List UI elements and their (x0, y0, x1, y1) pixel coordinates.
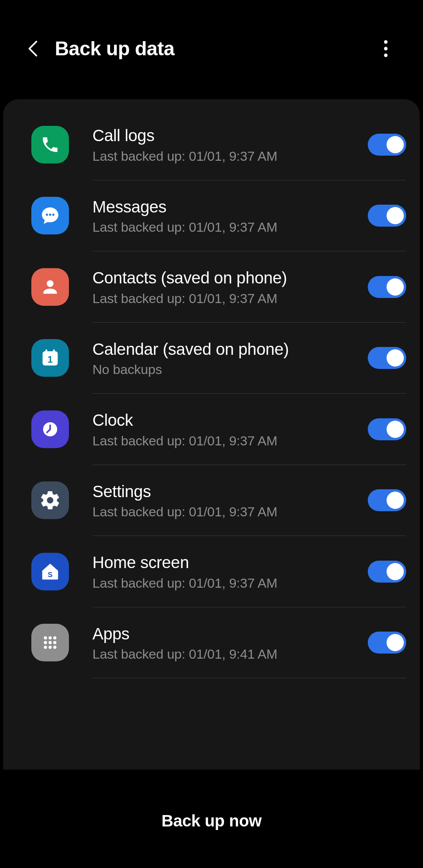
messages-icon (31, 197, 69, 234)
toggle-knob (387, 136, 404, 153)
bottom-bar: Back up now (0, 774, 423, 868)
svg-point-21 (49, 646, 52, 649)
page-title: Back up data (55, 37, 174, 60)
back-icon[interactable] (27, 40, 38, 57)
gear-icon (31, 481, 69, 519)
item-contacts[interactable]: Contacts (saved on phone) Last backed up… (3, 251, 420, 323)
svg-text:S: S (48, 570, 52, 578)
item-subtitle: Last backed up: 01/01, 9:37 AM (92, 576, 360, 591)
item-title: Home screen (92, 552, 360, 573)
svg-point-14 (44, 636, 47, 639)
item-title: Messages (92, 197, 360, 218)
toggle-knob (387, 207, 404, 224)
svg-rect-8 (53, 350, 55, 354)
item-subtitle: No backups (92, 362, 360, 377)
toggle-knob (387, 563, 404, 580)
item-settings[interactable]: Settings Last backed up: 01/01, 9:37 AM (3, 465, 420, 536)
svg-point-19 (53, 641, 56, 644)
item-title: Apps (92, 624, 360, 645)
item-title: Calendar (saved on phone) (92, 339, 360, 360)
toggle-messages[interactable] (368, 205, 406, 227)
svg-point-1 (384, 47, 388, 51)
svg-point-0 (384, 40, 388, 44)
item-text: Apps Last backed up: 01/01, 9:41 AM (92, 624, 360, 662)
calendar-icon: 1 (31, 339, 69, 377)
toggle-knob (387, 421, 404, 438)
item-clock[interactable]: Clock Last backed up: 01/01, 9:37 AM (3, 394, 420, 465)
item-home[interactable]: S Home screen Last backed up: 01/01, 9:3… (3, 536, 420, 607)
backup-list: Call logs Last backed up: 01/01, 9:37 AM… (3, 99, 420, 770)
toggle-clock[interactable] (368, 418, 406, 440)
toggle-apps[interactable] (368, 632, 406, 654)
toggle-knob (387, 278, 404, 296)
more-options-icon[interactable] (376, 39, 396, 58)
item-title: Call logs (92, 125, 360, 146)
item-messages[interactable]: Messages Last backed up: 01/01, 9:37 AM (3, 180, 420, 252)
item-text: Home screen Last backed up: 01/01, 9:37 … (92, 552, 360, 591)
svg-rect-7 (45, 350, 47, 354)
item-title: Clock (92, 410, 360, 431)
item-text: Messages Last backed up: 01/01, 9:37 AM (92, 197, 360, 235)
toggle-knob (387, 349, 404, 367)
svg-point-2 (384, 54, 388, 57)
item-text: Settings Last backed up: 01/01, 9:37 AM (92, 481, 360, 520)
item-subtitle: Last backed up: 01/01, 9:37 AM (92, 504, 360, 519)
item-title: Contacts (saved on phone) (92, 268, 360, 289)
item-apps[interactable]: Apps Last backed up: 01/01, 9:41 AM (3, 607, 420, 679)
contacts-icon (31, 268, 69, 306)
item-text: Calendar (saved on phone) No backups (92, 339, 360, 378)
svg-point-15 (49, 636, 52, 639)
item-text: Call logs Last backed up: 01/01, 9:37 AM (92, 125, 360, 164)
item-subtitle: Last backed up: 01/01, 9:37 AM (92, 149, 360, 164)
svg-point-17 (44, 641, 47, 644)
svg-point-22 (53, 646, 56, 649)
toggle-contacts[interactable] (368, 276, 406, 298)
item-text: Contacts (saved on phone) Last backed up… (92, 268, 360, 306)
item-subtitle: Last backed up: 01/01, 9:37 AM (92, 291, 360, 306)
item-subtitle: Last backed up: 01/01, 9:37 AM (92, 220, 360, 235)
item-calllogs[interactable]: Call logs Last backed up: 01/01, 9:37 AM (3, 109, 420, 180)
item-subtitle: Last backed up: 01/01, 9:37 AM (92, 433, 360, 449)
phone-icon (31, 126, 69, 163)
toggle-calendar[interactable] (368, 347, 406, 369)
header: Back up data (0, 0, 423, 84)
svg-text:1: 1 (47, 354, 52, 365)
clock-icon (31, 410, 69, 448)
svg-point-16 (53, 636, 56, 639)
toggle-settings[interactable] (368, 489, 406, 511)
header-left: Back up data (27, 37, 174, 60)
svg-point-3 (46, 214, 48, 216)
toggle-knob (387, 634, 404, 651)
apps-icon (31, 624, 69, 661)
item-subtitle: Last backed up: 01/01, 9:41 AM (92, 646, 360, 662)
svg-point-4 (49, 214, 51, 216)
toggle-calllogs[interactable] (368, 134, 406, 156)
backup-now-button[interactable]: Back up now (161, 812, 262, 830)
svg-point-20 (44, 646, 47, 649)
svg-point-18 (49, 641, 52, 644)
toggle-home[interactable] (368, 561, 406, 583)
toggle-knob (387, 492, 404, 509)
item-text: Clock Last backed up: 01/01, 9:37 AM (92, 410, 360, 449)
home-icon: S (31, 553, 69, 590)
svg-point-5 (52, 214, 54, 216)
item-title: Settings (92, 481, 360, 502)
item-calendar[interactable]: 1 Calendar (saved on phone) No backups (3, 323, 420, 394)
